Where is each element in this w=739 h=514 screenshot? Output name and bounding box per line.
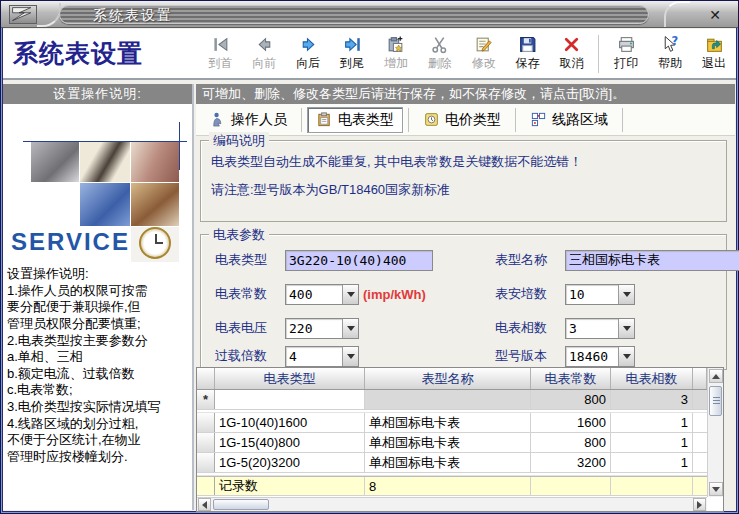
cell-meter-type[interactable]: 1G-15(40)800 (215, 433, 365, 452)
photo-pen (80, 142, 130, 182)
price-clock-icon (423, 111, 440, 128)
tab-separator (301, 108, 302, 132)
table-new-row[interactable]: * 800 3 (197, 390, 707, 410)
phase-combobox[interactable]: 3 (565, 318, 635, 339)
exit-button[interactable]: 退出 (692, 32, 736, 76)
scroll-left-icon[interactable] (198, 498, 211, 511)
column-header-constant[interactable]: 电表常数 (531, 368, 611, 389)
horizontal-scroll-thumb[interactable] (213, 499, 269, 510)
tab-operators[interactable]: 操作人员 (200, 107, 296, 133)
phase-label: 电表相数 (495, 319, 565, 337)
add-button: 增加 (374, 32, 418, 76)
voltage-label: 电表电压 (215, 319, 285, 337)
chevron-down-icon[interactable] (342, 319, 358, 338)
cell-phase[interactable]: 1 (611, 453, 693, 472)
help-button[interactable]: ? 帮助 (648, 32, 692, 76)
photo-keyboard (80, 183, 130, 226)
meter-type-input[interactable] (285, 250, 433, 271)
cell-constant[interactable]: 800 (531, 433, 611, 452)
meter-constant-combobox[interactable]: 400 (285, 284, 359, 305)
photo-watch (131, 227, 179, 262)
floppy-disk-icon (518, 35, 537, 54)
encoding-groupbox: 编码说明 电表类型自动生成不能重复, 其中电表常数是关键数据不能选错！ 请注意:… (200, 140, 727, 222)
app-window: 系统表设置 ✕ 系统表设置 到首 向前 向后 到尾 增加 删除 (0, 0, 739, 514)
chevron-down-icon[interactable] (618, 285, 634, 304)
vertical-scrollbar[interactable] (707, 368, 723, 497)
header-selector-cell[interactable] (197, 368, 215, 389)
row-selector[interactable] (197, 413, 215, 432)
go-last-icon (343, 35, 362, 54)
edit-icon (474, 35, 493, 54)
go-first-icon (211, 35, 230, 54)
voltage-combobox[interactable]: 220 (285, 318, 359, 339)
instructions-text: 设置操作说明: 1.操作人员的权限可按需 要分配便于兼职操作,但 管理员权限分配… (3, 262, 192, 510)
watch-face-icon (139, 227, 171, 259)
cell-model-name[interactable] (365, 390, 531, 409)
first-button: 到首 (198, 32, 242, 76)
next-button[interactable]: 向后 (286, 32, 330, 76)
record-count-label: 记录数 (215, 477, 365, 495)
table-row[interactable]: 1G-15(40)800 单相国标电卡表 800 1 (197, 433, 707, 453)
person-icon (209, 111, 226, 128)
params-groupbox-title: 电表参数 (209, 226, 269, 244)
ampere-label: 表安培数 (495, 285, 565, 303)
cell-constant[interactable]: 800 (531, 390, 611, 409)
meter-type-label: 电表类型 (215, 251, 285, 269)
table-row[interactable]: 1G-10(40)1600 单相国标电卡表 1600 1 (197, 413, 707, 433)
cell-constant[interactable]: 3200 (531, 453, 611, 472)
constant-unit-label: (imp/kWh) (363, 287, 426, 302)
cell-model-name[interactable]: 单相国标电卡表 (365, 453, 531, 472)
row-selector[interactable] (197, 433, 215, 452)
tab-price-type[interactable]: 电价类型 (414, 107, 510, 133)
encoding-note-1: 电表类型自动生成不能重复, 其中电表常数是关键数据不能选错！ (211, 153, 726, 171)
overload-combobox[interactable]: 4 (285, 346, 359, 367)
print-button[interactable]: 打印 (604, 32, 648, 76)
previous-button: 向前 (242, 32, 286, 76)
column-header-meter-type[interactable]: 电表类型 (215, 368, 365, 389)
clipboard-icon (316, 111, 333, 128)
tab-separator (622, 108, 623, 132)
region-boxes-icon (530, 111, 547, 128)
tab-separator (408, 108, 409, 132)
scroll-up-icon[interactable] (709, 369, 723, 383)
table-row[interactable]: 1G-5(20)3200 单相国标电卡表 3200 1 (197, 453, 707, 473)
column-header-phase[interactable]: 电表相数 (611, 368, 693, 389)
save-button[interactable]: 保存 (506, 32, 550, 76)
column-header-model-name[interactable]: 表型名称 (365, 368, 531, 389)
cell-phase[interactable]: 3 (611, 390, 693, 409)
delete-button: 删除 (418, 32, 462, 76)
titlebar-swoosh (37, 3, 61, 27)
cancel-button[interactable]: 取消 (549, 32, 593, 76)
cell-meter-type[interactable] (215, 390, 365, 409)
cell-constant[interactable]: 1600 (531, 413, 611, 432)
row-selector[interactable] (197, 453, 215, 472)
ampere-combobox[interactable]: 10 (565, 284, 635, 305)
main-panel: 可增加、删除、修改各类型后请进行保存，如不保存修改，请点击[取消]。 操作人员 … (196, 84, 735, 510)
chevron-down-icon[interactable] (342, 285, 358, 304)
titlebar: 系统表设置 ✕ (1, 1, 738, 28)
version-combobox[interactable]: 18460 (565, 346, 635, 367)
sidebar: 设置操作说明: SERVICE 设置操作说明: 1.操作人员的权限可按需 要分配… (3, 84, 194, 510)
cell-phase[interactable]: 1 (611, 413, 693, 432)
cell-phase[interactable]: 1 (611, 433, 693, 452)
last-button[interactable]: 到尾 (330, 32, 374, 76)
cell-model-name[interactable]: 单相国标电卡表 (365, 413, 531, 432)
cell-meter-type[interactable]: 1G-10(40)1600 (215, 413, 365, 432)
table-header-row: 电表类型 表型名称 电表常数 电表相数 (197, 368, 707, 390)
tab-line-region[interactable]: 线路区域 (521, 107, 617, 133)
cell-meter-type[interactable]: 1G-5(20)3200 (215, 453, 365, 472)
chevron-down-icon[interactable] (618, 347, 634, 366)
horizontal-scrollbar[interactable] (197, 497, 707, 511)
tab-meter-type[interactable]: 电表类型 (307, 107, 403, 133)
chevron-down-icon[interactable] (342, 347, 358, 366)
cell-model-name[interactable]: 单相国标电卡表 (365, 433, 531, 452)
vertical-scroll-thumb[interactable] (709, 386, 722, 416)
close-icon[interactable]: ✕ (704, 5, 726, 25)
row-selector[interactable]: * (197, 390, 215, 409)
photo-tools (31, 142, 79, 182)
chevron-down-icon[interactable] (618, 319, 634, 338)
model-name-input[interactable] (565, 250, 739, 271)
scroll-right-icon[interactable] (693, 498, 706, 511)
scroll-down-icon[interactable] (709, 482, 723, 496)
service-collage-image: SERVICE (3, 104, 192, 262)
